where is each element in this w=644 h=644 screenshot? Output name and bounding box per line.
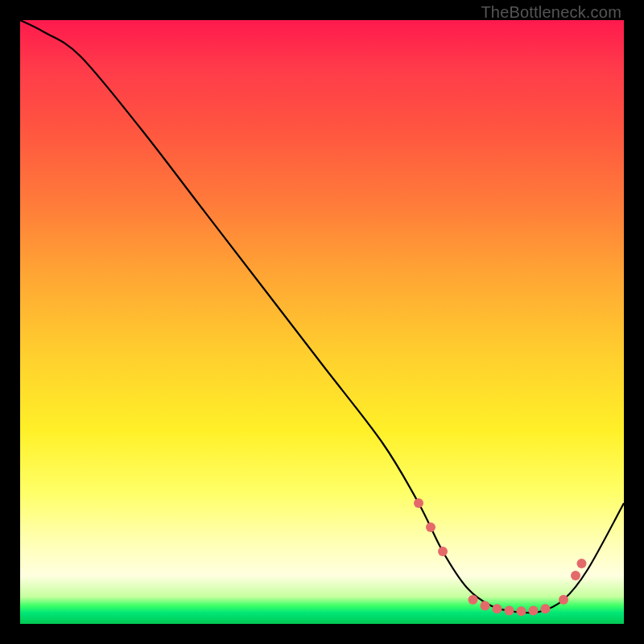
- highlight-dot: [541, 604, 551, 613]
- highlight-dot: [517, 606, 526, 616]
- chart-svg: [20, 20, 624, 624]
- highlight-dot: [469, 595, 478, 605]
- highlight-dot: [559, 595, 568, 605]
- highlight-dot: [481, 601, 490, 611]
- marker-layer: [414, 498, 587, 616]
- plot-area: [20, 20, 624, 624]
- highlight-dot: [577, 559, 587, 568]
- highlight-dot: [529, 606, 539, 616]
- highlight-dot: [571, 571, 580, 580]
- curve-layer: [20, 20, 624, 613]
- highlight-dot: [493, 604, 502, 613]
- bottleneck-curve: [20, 20, 624, 613]
- highlight-dot: [426, 522, 436, 532]
- highlight-dot: [438, 547, 448, 556]
- chart-frame: TheBottleneck.com: [0, 0, 644, 644]
- watermark-label: TheBottleneck.com: [481, 3, 621, 22]
- highlight-dot: [414, 498, 423, 508]
- highlight-dot: [505, 606, 514, 616]
